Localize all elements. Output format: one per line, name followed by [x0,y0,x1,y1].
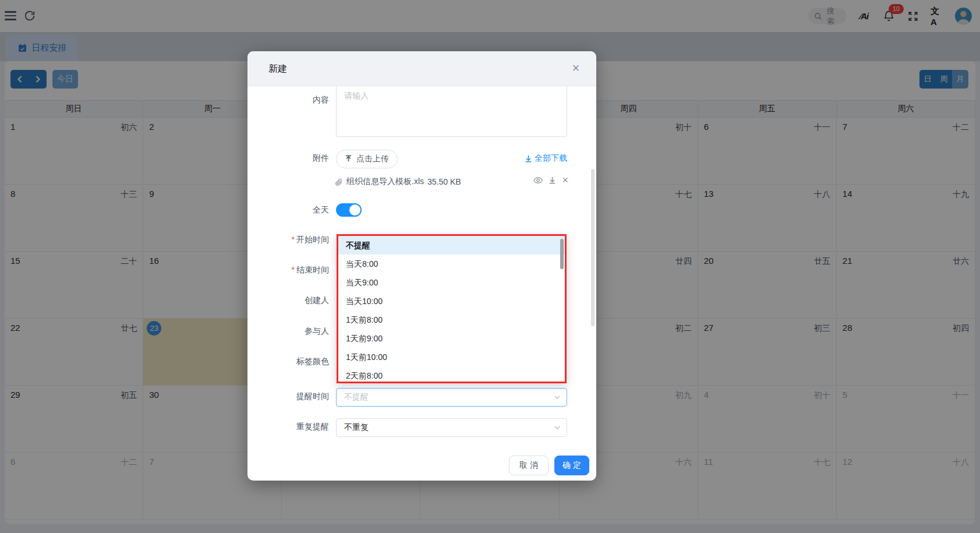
preview-eye-icon[interactable] [533,177,543,184]
attachment-file-size: 35.50 KB [427,177,461,186]
dropdown-scrollbar[interactable] [560,239,564,269]
dropdown-option[interactable]: 1天前9:00 [338,329,565,348]
field-label-content: 内容 [259,95,329,105]
dropdown-option[interactable]: 当天10:00 [338,292,565,310]
dropdown-option[interactable]: 1天前10:00 [338,348,565,366]
field-label-attachment: 附件 [259,153,329,164]
dialog-scrollbar[interactable] [591,169,595,326]
field-label-starttime: *开始时间 [259,235,329,245]
close-icon[interactable]: × [568,61,583,76]
chevron-down-icon [554,394,561,401]
remind-time-dropdown-annotated: 不提醒当天8:00当天9:00当天10:001天前8:001天前9:001天前1… [337,234,567,383]
dropdown-option[interactable]: 1天前8:00 [338,310,565,329]
repeat-remind-select[interactable]: 不重复 [336,418,567,437]
field-label-repeatremind: 重复提醒 [259,422,329,432]
field-label-creator: 创建人 [259,295,329,306]
download-all-link[interactable]: 全部下载 [525,153,567,164]
paperclip-icon [335,178,343,186]
dropdown-option[interactable]: 当天8:00 [338,255,565,273]
dropdown-option[interactable]: 不提醒 [338,236,565,255]
content-textarea[interactable]: 请输入 [336,86,567,137]
field-label-allday: 全天 [259,205,329,216]
download-icon [525,154,532,163]
attachment-file-name: 组织信息导入模板.xls [346,177,424,187]
upload-icon [345,155,352,163]
dropdown-option[interactable]: 2天前8:00 [338,366,565,383]
field-label-participants: 参与人 [259,326,329,337]
upload-button[interactable]: 点击上传 [336,150,398,168]
dialog-header: 新建 × [247,51,596,86]
remove-file-icon[interactable]: × [562,176,568,184]
allday-toggle[interactable] [336,203,362,217]
dialog-title: 新建 [268,63,287,75]
remind-time-select[interactable]: 不提醒 [336,388,567,407]
field-label-endtime: *结束时间 [259,265,329,276]
field-label-tagcolor: 标签颜色 [259,356,329,367]
dropdown-option[interactable]: 当天9:00 [338,273,565,292]
cancel-button[interactable]: 取消 [509,456,549,475]
download-file-icon[interactable] [549,176,556,184]
confirm-button[interactable]: 确定 [554,456,589,475]
dropdown-options: 不提醒当天8:00当天9:00当天10:001天前8:001天前9:001天前1… [338,236,565,383]
chevron-down-icon [554,424,561,431]
field-label-remindtime: 提醒时间 [259,391,329,402]
app-window: 搜索 ⁄Ai 10 文A [0,0,980,533]
content-placeholder: 请输入 [344,91,369,101]
